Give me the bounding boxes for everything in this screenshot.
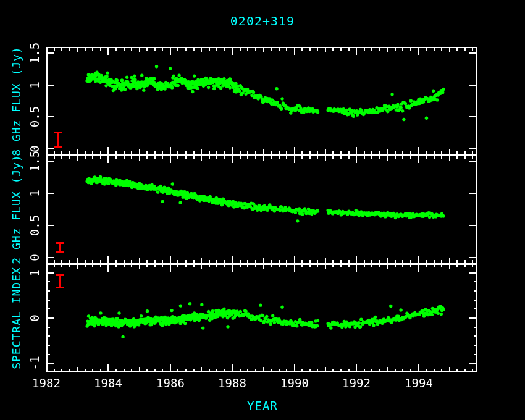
error-bar-indicator <box>56 274 64 288</box>
error-bar-cap <box>54 146 62 148</box>
error-bar-cap <box>56 251 64 253</box>
error-bar-stem <box>57 132 59 148</box>
error-bar-indicator <box>54 132 62 148</box>
x-tick-label: 1986 <box>143 376 198 390</box>
x-tick-label: 1988 <box>204 376 260 390</box>
y-axis-label-spectral-index: SPECTRAL INDEX <box>10 250 23 386</box>
y-tick-label: 1.5 <box>28 133 41 189</box>
lightcurve-plot-screen: 0202+319 8 GHz FLUX (Jy) 2 GHz FLUX (Jy)… <box>0 0 525 420</box>
x-tick-label: 1984 <box>80 376 136 390</box>
x-tick-label: 1992 <box>329 376 384 390</box>
chart-canvas <box>0 0 525 420</box>
x-axis-title: YEAR <box>0 399 525 413</box>
y-tick-label: 1.5 <box>28 25 41 81</box>
error-bar-cap <box>56 287 64 288</box>
y-tick-label: 1 <box>28 245 41 301</box>
x-tick-label: 1982 <box>19 376 74 390</box>
plot-title: 0202+319 <box>0 14 525 28</box>
error-bar-indicator <box>56 242 64 253</box>
x-tick-label: 1990 <box>267 376 322 390</box>
x-tick-label: 1994 <box>391 376 447 390</box>
